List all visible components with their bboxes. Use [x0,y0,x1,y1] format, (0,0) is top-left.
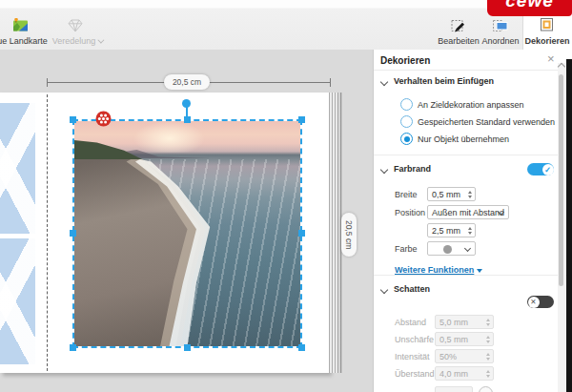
cewe-logo-text: cewe [487,0,572,11]
page-fold-dashed-line [47,94,48,371]
rand-abstand-input[interactable]: 2,5 mm [427,223,476,237]
spinner-arrows-icon [486,319,490,326]
farbrand-toggle-on[interactable]: ✓ [527,163,554,175]
spinner-arrows-icon [486,336,490,343]
spinner-arrows-icon[interactable] [468,227,472,235]
section-farbrand-title: Farbrand [394,164,431,174]
selected-photo[interactable] [74,121,300,346]
ueberstand-input-disabled: 4,0 mm [435,366,494,381]
close-icon[interactable]: × [547,52,555,66]
app-window: { "app": { "logo_text": "cewe" }, "toolb… [0,0,572,392]
section-behavior-title: Verhalten beim Einfügen [394,76,494,86]
clipped-color-swatch [479,386,493,392]
ruler-tick-right [330,78,331,87]
farbe-color-dropdown[interactable] [427,241,476,256]
resize-handle-nw[interactable] [70,116,76,123]
ruler-tick-left [47,78,48,87]
intensitaet-label: Intensität [395,352,430,361]
radio-gespeicherter-standard[interactable] [400,115,413,128]
toggle-x-icon: ✕ [528,297,540,308]
breite-input[interactable]: 0,5 mm [427,187,476,201]
new-map-button[interactable]: eue Landkarte [0,36,59,46]
resize-handle-se[interactable] [298,344,305,351]
chevron-down-icon[interactable] [380,166,388,174]
clipped-disabled-field [435,386,473,392]
ueberstand-label: Überstand [395,369,435,379]
arrange-layers-icon [493,19,508,36]
divider [374,155,567,155]
unschaerfe-label: Unschärfe [395,335,434,344]
page-edge-stack [329,93,342,373]
divider [374,70,567,71]
chevron-down-icon [98,37,105,44]
panel-title: Dekorieren [380,55,430,66]
diamond-icon [68,19,83,36]
caret-down-icon [477,269,482,273]
empty-photo-placeholder[interactable] [0,238,35,364]
resize-handle-ne[interactable] [298,116,305,123]
map-icon [12,18,29,36]
chevron-down-icon [464,245,471,252]
resize-handle-s[interactable] [184,344,191,351]
selection-border [72,119,302,348]
intensitaet-input-disabled: 50% [435,349,494,363]
unschaerfe-input-disabled: 0,5 mm [435,332,494,346]
spinner-arrows-icon [486,370,490,378]
rotation-handle[interactable] [182,99,191,108]
radio-ziel-dekoration[interactable] [400,98,413,111]
photo-warning-badge-icon[interactable] [95,111,112,131]
position-label: Position [395,208,425,217]
schatten-toggle-off[interactable]: ✕ [527,296,554,308]
resize-handle-e[interactable] [298,230,305,237]
divider [374,275,567,276]
edit-pen-icon [451,18,466,36]
cewe-logo: cewe [487,0,572,16]
resize-handle-w[interactable] [70,230,76,237]
toggle-check-icon: ✓ [542,164,554,175]
tab-anordnen[interactable]: Anordnen [477,36,524,46]
empty-photo-placeholder[interactable] [0,103,35,234]
panel-scrollbar-thumb[interactable] [559,74,563,286]
spinner-arrows-icon [486,353,490,361]
abstand-input-disabled: 5,0 mm [435,315,494,329]
radio-label[interactable]: Gespeicherten Standard verwenden [418,117,555,127]
color-swatch [443,245,452,254]
chevron-down-icon[interactable] [380,286,388,294]
dekorieren-panel: Dekorieren × Verhalten beim Einfügen An … [373,50,572,392]
section-schatten-title: Schatten [394,284,430,294]
abstand-label: Abstand [395,318,426,327]
radio-label[interactable]: Nur Objekt übernehmen [418,134,509,144]
editor-canvas[interactable]: 20,5 cm 20,5 cm [0,50,373,392]
chevron-down-icon[interactable] [380,78,388,86]
resize-handle-sw[interactable] [70,344,76,351]
tab-dekorieren[interactable]: Dekorieren [522,36,572,46]
page-height-label: 20,5 cm [341,213,357,257]
decorate-frame-icon [540,18,554,35]
radio-nur-objekt-selected[interactable] [400,133,413,145]
breite-label: Breite [395,190,418,199]
toolbar: eue Landkarte Veredelung Bearbeiten Anor… [0,0,572,51]
screen-edge-strip [566,59,572,392]
position-dropdown[interactable]: Außen mit Abstand [427,205,509,219]
spinner-arrows-icon[interactable] [468,191,472,198]
veredelung-button[interactable]: Veredelung [51,36,103,46]
farbe-label: Farbe [395,244,418,254]
page-width-label: 20,5 cm [164,74,210,90]
radio-label[interactable]: An Zieldekoration anpassen [418,100,524,110]
